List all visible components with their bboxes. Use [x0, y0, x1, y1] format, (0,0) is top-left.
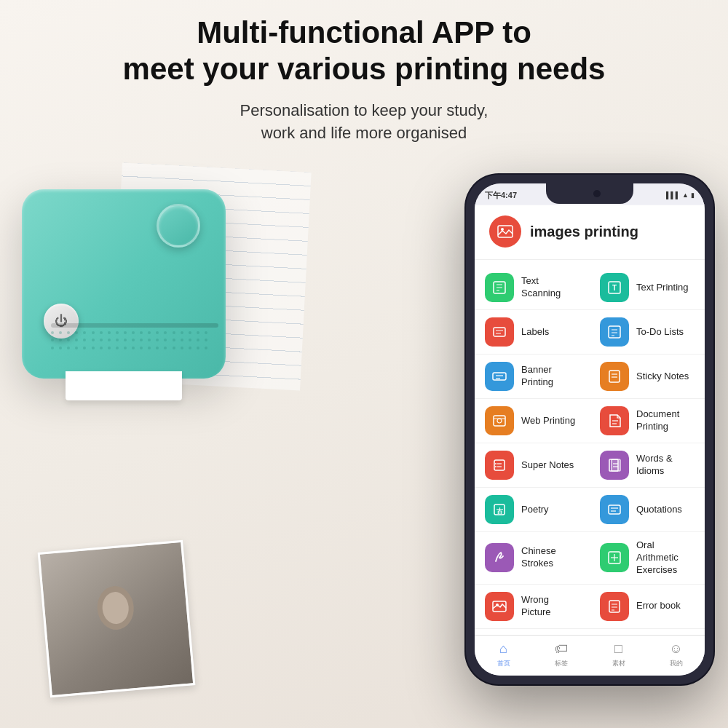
subtitle: Personalisation to keep your study,work …: [44, 100, 684, 145]
grid-label-13: Chinese Strokes: [521, 545, 579, 570]
grid-icon-6: [600, 362, 629, 391]
grid-item-4[interactable]: To-Do Lists: [590, 310, 705, 355]
svg-rect-39: [609, 505, 620, 514]
status-time: 下午4:47: [485, 190, 517, 201]
grid-icon-16: [600, 592, 629, 621]
nav-icon-0: ⌂: [499, 641, 507, 657]
grid-label-6: Sticky Notes: [636, 371, 689, 383]
grid-label-10: Words & Idioms: [636, 453, 695, 478]
nav-icon-1: 🏷: [555, 641, 568, 657]
grid-label-3: Labels: [521, 326, 549, 339]
grid-item-2[interactable]: TText Printing: [590, 266, 705, 310]
nav-icon-2: □: [614, 641, 622, 657]
grid-label-16: Error book: [636, 600, 681, 612]
grid-label-2: Text Printing: [636, 282, 689, 294]
nav-label-0: 首页: [497, 659, 510, 668]
phone-container: 下午4:47 ▌▌▌ ▲ ▮ i: [466, 175, 713, 684]
grid-item-13[interactable]: Chinese Strokes: [475, 532, 590, 585]
app-header[interactable]: images printing: [475, 204, 705, 260]
app-grid: Text ScanningTText PrintingLabelsTo-Do L…: [475, 260, 705, 635]
nav-label-1: 标签: [555, 659, 568, 668]
grid-label-8: Document Printing: [636, 408, 695, 433]
status-icons: ▌▌▌ ▲ ▮: [666, 191, 695, 199]
nav-item-标签[interactable]: 🏷 标签: [532, 641, 590, 668]
grid-label-1: Text Scanning: [521, 275, 579, 300]
grid-icon-5: [485, 362, 514, 391]
printed-photo: [38, 540, 196, 698]
phone-notch: [546, 183, 633, 204]
app-header-title: images printing: [530, 223, 638, 240]
grid-icon-11: 古: [485, 495, 514, 524]
printer-top-button: [157, 204, 200, 248]
grid-item-7[interactable]: Web Printing: [475, 399, 590, 443]
grid-icon-1: [485, 273, 514, 302]
nav-label-2: 素材: [612, 659, 625, 668]
phone-camera: [593, 190, 601, 197]
grid-icon-3: [485, 317, 514, 347]
grid-icon-14: [600, 543, 629, 572]
phone-frame: 下午4:47 ▌▌▌ ▲ ▮ i: [466, 175, 713, 684]
svg-point-31: [495, 463, 496, 464]
grid-item-12[interactable]: Quotations: [590, 488, 705, 532]
grid-icon-2: T: [600, 273, 629, 302]
grid-label-7: Web Printing: [521, 415, 575, 427]
grid-label-12: Quotations: [636, 504, 682, 516]
svg-rect-23: [494, 416, 505, 426]
grid-icon-10: [600, 451, 629, 480]
grid-label-15: Wrong Picture: [521, 594, 579, 619]
nav-label-3: 我的: [670, 659, 683, 668]
grid-item-8[interactable]: Document Printing: [590, 399, 705, 443]
grid-icon-8: [600, 406, 629, 435]
grid-icon-4: [600, 317, 629, 347]
svg-rect-28: [494, 460, 505, 470]
grid-item-14[interactable]: Oral Arithmetic Exercises: [590, 532, 705, 585]
svg-rect-34: [612, 459, 620, 471]
svg-text:古: 古: [496, 507, 504, 515]
svg-point-32: [495, 466, 496, 467]
printer-paper-output: [66, 371, 182, 400]
signal-icon: ▌▌▌: [666, 191, 680, 199]
grid-label-5: Banner Printing: [521, 364, 579, 389]
grid-label-11: Poetry: [521, 504, 549, 516]
nav-item-素材[interactable]: □ 素材: [590, 641, 647, 668]
grid-item-11[interactable]: 古Poetry: [475, 488, 590, 532]
grid-item-1[interactable]: Text Scanning: [475, 266, 590, 310]
grid-icon-12: [600, 495, 629, 524]
app-header-icon: [489, 215, 521, 248]
nav-item-首页[interactable]: ⌂ 首页: [475, 641, 532, 668]
phone-screen: 下午4:47 ▌▌▌ ▲ ▮ i: [475, 183, 705, 676]
app-content: images printing Text ScanningTText Print…: [475, 183, 705, 676]
grid-icon-7: [485, 406, 514, 435]
grid-item-9[interactable]: Super Notes: [475, 443, 590, 488]
svg-point-24: [497, 419, 502, 423]
grid-icon-15: [485, 592, 514, 621]
printer-body: ⏻: [22, 189, 226, 379]
grid-item-3[interactable]: Labels: [475, 310, 590, 355]
svg-text:T: T: [612, 284, 617, 292]
grid-item-15[interactable]: Wrong Picture: [475, 585, 590, 629]
printer-device: ⏻: [22, 189, 226, 379]
main-title: Multi-functional APP tomeet your various…: [44, 15, 684, 88]
svg-rect-20: [609, 371, 620, 382]
printer-paper-slot: [51, 323, 218, 328]
grid-label-14: Oral Arithmetic Exercises: [636, 539, 695, 577]
grid-item-6[interactable]: Sticky Notes: [590, 355, 705, 399]
photo-content: [40, 542, 193, 695]
bottom-navigation[interactable]: ⌂ 首页 🏷 标签 □ 素材 ☺ 我的: [475, 635, 705, 676]
svg-rect-13: [609, 326, 620, 338]
battery-icon: ▮: [691, 191, 695, 199]
grid-item-10[interactable]: Words & Idioms: [590, 443, 705, 488]
printer-ventilation: [51, 331, 211, 368]
grid-icon-13: [485, 543, 514, 572]
wifi-icon: ▲: [682, 191, 689, 199]
header: Multi-functional APP tomeet your various…: [0, 15, 728, 144]
nav-item-我的[interactable]: ☺ 我的: [647, 641, 705, 668]
nav-icon-3: ☺: [669, 641, 682, 657]
grid-item-16[interactable]: Error book: [590, 585, 705, 629]
grid-label-4: To-Do Lists: [636, 326, 684, 339]
grid-item-5[interactable]: Banner Printing: [475, 355, 590, 399]
grid-icon-9: [485, 451, 514, 480]
grid-label-9: Super Notes: [521, 459, 574, 472]
svg-rect-10: [494, 328, 505, 336]
